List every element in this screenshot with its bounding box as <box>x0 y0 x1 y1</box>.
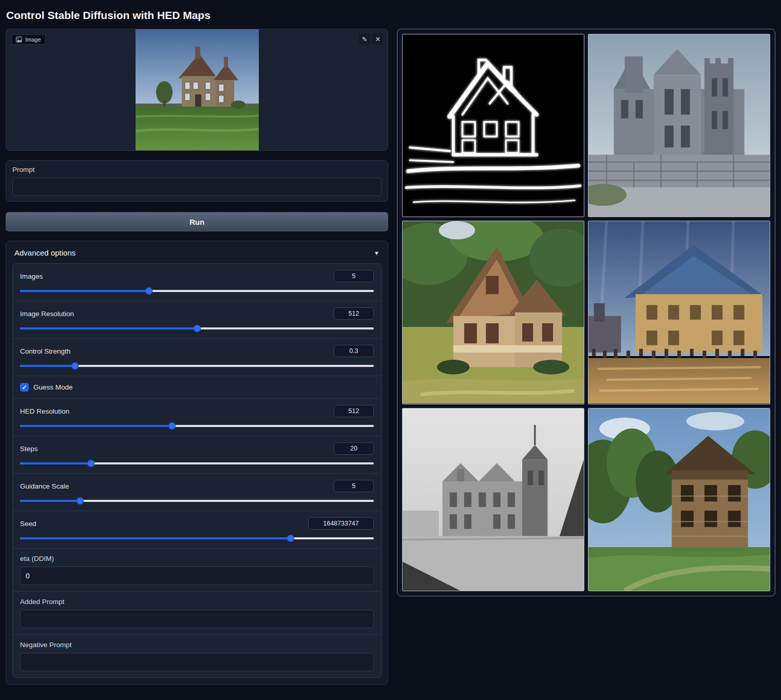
prompt-block: Prompt <box>6 160 388 202</box>
steps-slider[interactable] <box>20 460 374 467</box>
slider-handle[interactable] <box>87 460 94 467</box>
negative-prompt-row: Negative Prompt <box>13 635 381 677</box>
slider-fill <box>20 425 172 427</box>
slider-fill <box>20 500 80 502</box>
control-strength-row: Control Strength <box>13 339 381 376</box>
seed-value-input[interactable] <box>308 517 374 530</box>
results-column <box>397 29 775 596</box>
page-title: Control Stable Diffusion with HED Maps <box>6 9 775 22</box>
image-label-chip: Image <box>11 34 46 45</box>
slider-fill <box>20 365 75 367</box>
advanced-options-title: Advanced options <box>14 248 75 257</box>
eta-label: eta (DDIM) <box>20 555 374 562</box>
guess-mode-checkbox[interactable]: ✓ <box>20 383 29 392</box>
added-prompt-label: Added Prompt <box>20 598 374 606</box>
gallery-item-cathedral[interactable] <box>588 34 770 217</box>
guidance-scale-label: Guidance Scale <box>20 482 69 490</box>
hed-resolution-row: HED Resolution <box>13 399 381 436</box>
image-icon <box>16 36 22 43</box>
guess-mode-label: Guess Mode <box>33 383 73 391</box>
image-resolution-value-input[interactable] <box>334 307 374 320</box>
advanced-options-header[interactable]: Advanced options ▼ <box>12 247 382 263</box>
hed-resolution-value-input[interactable] <box>334 405 374 417</box>
guidance-scale-row: Guidance Scale <box>13 474 381 511</box>
steps-row: Steps <box>13 436 381 474</box>
images-slider[interactable] <box>20 287 374 295</box>
slider-handle[interactable] <box>287 535 294 542</box>
gallery-item-hed-map[interactable] <box>402 34 584 217</box>
slider-handle[interactable] <box>145 287 153 295</box>
slider-fill <box>20 327 197 329</box>
clear-image-button[interactable]: ✕ <box>372 33 384 45</box>
gallery-item-house-with-trees[interactable] <box>588 408 770 591</box>
eta-input[interactable] <box>20 567 374 585</box>
image-label: Image <box>25 36 41 43</box>
controls-column: Image ✎ ✕ <box>6 29 388 685</box>
seed-slider[interactable] <box>20 535 374 542</box>
app-page: Control Stable Diffusion with HED Maps I… <box>0 0 781 690</box>
edit-image-button[interactable]: ✎ <box>359 33 370 45</box>
added-prompt-input[interactable] <box>20 610 374 628</box>
slider-fill <box>20 462 91 464</box>
pencil-icon: ✎ <box>362 35 368 43</box>
hed-resolution-label: HED Resolution <box>20 407 69 415</box>
seed-row: Seed <box>13 511 381 549</box>
slider-handle[interactable] <box>194 325 201 332</box>
uploaded-house-photo[interactable] <box>136 29 259 150</box>
guidance-scale-value-input[interactable] <box>334 480 374 492</box>
advanced-options-panel: Advanced options ▼ Images <box>6 241 388 685</box>
seed-label: Seed <box>20 520 36 528</box>
gallery-item-grayscale-building[interactable] <box>402 408 584 591</box>
checkmark-icon: ✓ <box>22 384 27 391</box>
added-prompt-row: Added Prompt <box>13 592 381 635</box>
slider-handle[interactable] <box>168 422 176 430</box>
slider-handle[interactable] <box>77 497 84 504</box>
prompt-label: Prompt <box>12 166 382 173</box>
guess-mode-row: ✓ Guess Mode <box>13 376 381 399</box>
slider-fill <box>20 290 149 292</box>
image-upload[interactable]: Image ✎ ✕ <box>6 29 388 151</box>
chevron-down-icon: ▼ <box>374 250 379 256</box>
prompt-input[interactable] <box>12 178 382 196</box>
advanced-options-form: Images Image Resolution <box>12 263 382 678</box>
hed-resolution-slider[interactable] <box>20 422 374 430</box>
slider-fill <box>20 537 291 539</box>
image-resolution-label: Image Resolution <box>20 310 74 318</box>
images-label: Images <box>20 273 43 280</box>
control-strength-value-input[interactable] <box>334 345 374 357</box>
images-value-input[interactable] <box>334 270 374 282</box>
control-strength-slider[interactable] <box>20 362 374 370</box>
image-resolution-slider[interactable] <box>20 325 374 332</box>
output-gallery <box>397 29 775 596</box>
negative-prompt-label: Negative Prompt <box>20 641 374 649</box>
control-strength-label: Control Strength <box>20 347 70 355</box>
image-resolution-row: Image Resolution <box>13 301 381 339</box>
steps-label: Steps <box>20 445 38 453</box>
close-icon: ✕ <box>375 35 381 43</box>
run-button[interactable]: Run <box>6 212 388 231</box>
gallery-item-painterly-house[interactable] <box>588 221 770 404</box>
slider-handle[interactable] <box>71 362 79 370</box>
eta-row: eta (DDIM) <box>13 549 381 592</box>
gallery-item-victorian-house[interactable] <box>402 221 584 404</box>
images-row: Images <box>13 264 381 301</box>
steps-value-input[interactable] <box>334 442 374 455</box>
negative-prompt-input[interactable] <box>20 653 374 671</box>
guidance-scale-slider[interactable] <box>20 497 374 504</box>
